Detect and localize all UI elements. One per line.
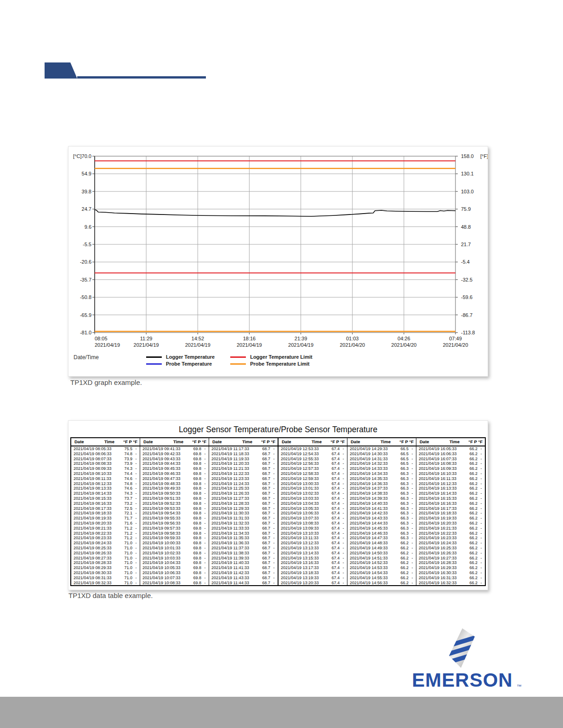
cell-temperature-f: 66.2 [466, 581, 478, 586]
cell-temperature-f: 66.5 [397, 457, 409, 462]
table-row: 2021/04/19 13:18:3367.4- [279, 570, 347, 576]
cell-temperature-f: 66.2 [397, 560, 409, 565]
cell-datetime: 2021/04/19 08:25:33 [71, 546, 120, 551]
cell-probe-temperature-f: - [201, 496, 209, 501]
cell-probe-temperature-f: - [270, 476, 278, 481]
table-row: 2021/04/19 16:27:3366.2- [416, 556, 485, 561]
table-header-row: DateTime°F P °F [279, 438, 347, 446]
cell-probe-temperature-f: - [132, 581, 140, 586]
cell-probe-temperature-f: - [478, 466, 485, 471]
cell-datetime: 2021/04/19 13:15:33 [279, 556, 328, 561]
cell-probe-temperature-f: - [270, 506, 278, 511]
table-row: 2021/04/19 11:26:3368.7- [209, 491, 278, 496]
table-row: 2021/04/19 16:32:3366.2- [416, 581, 485, 586]
cell-datetime: 2021/04/19 16:07:33 [416, 457, 466, 462]
table-row: 2021/04/19 09:51:3369.8- [140, 496, 209, 501]
table-row: 2021/04/19 14:50:3366.2- [347, 551, 416, 556]
cell-probe-temperature-f: - [201, 576, 209, 581]
x-axis-tick-time: 21:39 [295, 336, 307, 341]
column-header-temperature: °F P °F [460, 438, 485, 446]
cell-temperature-f: 66.2 [466, 516, 478, 521]
x-axis-tick-date: 2021/04/20 [340, 342, 365, 348]
cell-temperature-f: 66.3 [397, 466, 409, 471]
cell-datetime: 2021/04/19 09:43:33 [140, 457, 189, 462]
cell-temperature-f: 68.7 [258, 526, 270, 531]
cell-temperature-f: 67.4 [328, 546, 340, 551]
x-axis-tick-date: 2021/04/19 [185, 342, 210, 348]
cell-datetime: 2021/04/19 11:22:33 [209, 471, 258, 476]
cell-probe-temperature-f: - [340, 481, 347, 486]
table-row: 2021/04/19 11:42:3368.7- [209, 570, 278, 576]
cell-probe-temperature-f: - [340, 476, 347, 481]
cell-temperature-f: 66.2 [397, 581, 409, 586]
cell-datetime: 2021/04/19 13:14:33 [279, 551, 328, 556]
cell-datetime: 2021/04/19 14:55:33 [347, 576, 397, 581]
table-row: 2021/04/19 09:55:3369.8- [140, 516, 209, 521]
cell-datetime: 2021/04/19 12:56:33 [279, 461, 328, 466]
cell-probe-temperature-f: - [270, 551, 278, 556]
cell-temperature-f: 69.8 [189, 570, 201, 576]
cell-probe-temperature-f: - [409, 511, 416, 516]
y-axis-tick-label-celsius: -50.8 [80, 294, 91, 300]
table-row: 2021/04/19 14:36:3366.3- [347, 481, 416, 486]
cell-temperature-f: 69.8 [189, 521, 201, 526]
cell-datetime: 2021/04/19 14:50:33 [347, 551, 397, 556]
table-row: 2021/04/19 09:42:3369.8- [140, 451, 209, 457]
cell-temperature-f: 69.8 [189, 471, 201, 476]
cell-datetime: 2021/04/19 16:15:33 [416, 496, 466, 501]
table-header-row: DateTime°F P °F [416, 438, 485, 446]
cell-datetime: 2021/04/19 08:22:33 [71, 531, 120, 536]
cell-temperature-f: 74.6 [120, 476, 132, 481]
table-row: 2021/04/19 13:06:3367.4- [279, 511, 347, 516]
cell-probe-temperature-f: - [132, 451, 140, 457]
table-row: 2021/04/19 08:07:3373.9- [71, 457, 140, 462]
cell-probe-temperature-f: - [270, 466, 278, 471]
cell-probe-temperature-f: - [409, 501, 416, 506]
cell-probe-temperature-f: - [340, 446, 347, 451]
cell-temperature-f: 66.3 [397, 486, 409, 491]
cell-probe-temperature-f: - [201, 551, 209, 556]
cell-temperature-f: 68.7 [258, 516, 270, 521]
cell-temperature-f: 68.7 [258, 461, 270, 466]
legend-item-probe-temperature: Probe Temperature [146, 361, 215, 367]
cell-temperature-f: 71.2 [120, 536, 132, 541]
cell-probe-temperature-f: - [478, 451, 485, 457]
cell-temperature-f: 68.7 [258, 506, 270, 511]
table-row: 2021/04/19 14:43:3366.3- [347, 516, 416, 521]
table-row: 2021/04/19 08:26:3371.0- [71, 551, 140, 556]
cell-temperature-f: 66.2 [466, 556, 478, 561]
cell-probe-temperature-f: - [340, 486, 347, 491]
cell-datetime: 2021/04/19 14:43:33 [347, 516, 397, 521]
cell-temperature-f: 66.2 [466, 461, 478, 466]
cell-temperature-f: 66.2 [397, 551, 409, 556]
table-row: 2021/04/19 11:32:3368.7- [209, 521, 278, 526]
legend-item-logger-temperature-limit: Logger Temperature Limit [230, 354, 312, 360]
cell-probe-temperature-f: - [340, 466, 347, 471]
cell-probe-temperature-f: - [478, 531, 485, 536]
cell-probe-temperature-f: - [201, 501, 209, 506]
cell-temperature-f: 67.4 [328, 446, 340, 451]
table-row: 2021/04/19 14:35:3366.3- [347, 476, 416, 481]
cell-datetime: 2021/04/19 08:12:33 [71, 481, 120, 486]
table-header-row: DateTime°F P °F [71, 438, 140, 446]
cell-datetime: 2021/04/19 08:13:33 [71, 486, 120, 491]
data-table: DateTime°F P °F2021/04/19 08:05:3375.5-2… [70, 437, 486, 586]
y-axis-tick-label-fahrenheit: 21.7 [461, 242, 471, 247]
table-row: 2021/04/19 10:01:3369.8- [140, 546, 209, 551]
cell-datetime: 2021/04/19 14:41:33 [347, 506, 397, 511]
cell-temperature-f: 66.2 [397, 565, 409, 570]
table-row: 2021/04/19 09:52:3369.8- [140, 501, 209, 506]
table-row: 2021/04/19 09:49:3369.8- [140, 486, 209, 491]
cell-probe-temperature-f: - [270, 556, 278, 561]
cell-probe-temperature-f: - [201, 565, 209, 570]
emerson-logo-graphic: EMERSON ™ [403, 627, 524, 692]
cell-datetime: 2021/04/19 08:26:33 [71, 551, 120, 556]
cell-temperature-f: 66.2 [466, 531, 478, 536]
table-row: 2021/04/19 16:08:3366.2- [416, 461, 485, 466]
table-row: 2021/04/19 11:24:3368.7- [209, 481, 278, 486]
cell-probe-temperature-f: - [340, 551, 347, 556]
table-row: 2021/04/19 16:13:3366.2- [416, 486, 485, 491]
table-row: 2021/04/19 08:32:3371.0- [71, 581, 140, 586]
cell-datetime: 2021/04/19 10:08:33 [140, 581, 189, 586]
cell-datetime: 2021/04/19 13:17:33 [279, 565, 328, 570]
